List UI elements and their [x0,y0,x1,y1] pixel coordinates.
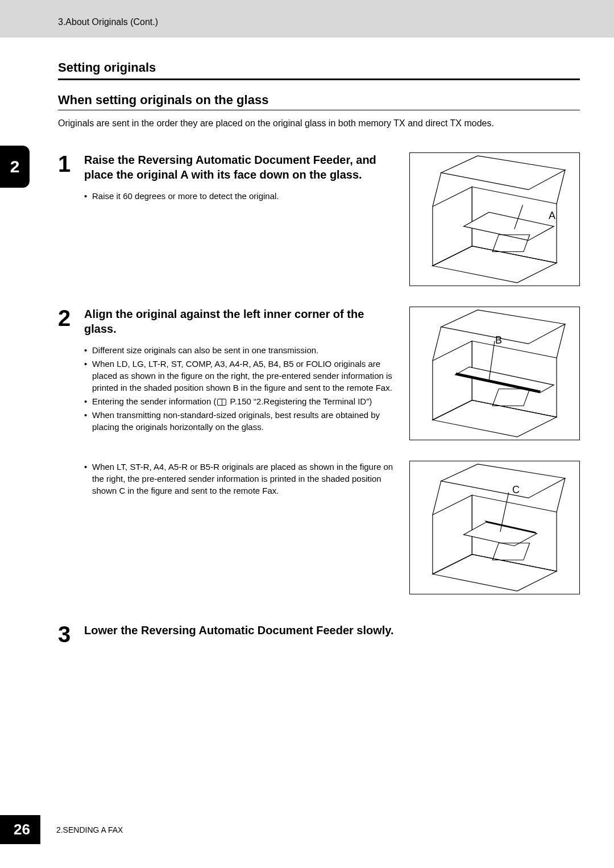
svg-line-24 [557,478,565,511]
svg-marker-25 [463,522,537,546]
bullet-item: When transmitting non-standard-sized ori… [84,409,398,433]
book-icon [217,399,226,406]
illustration-b: B [409,307,580,440]
svg-line-23 [433,481,441,514]
svg-marker-3 [441,156,565,189]
svg-marker-10 [433,341,472,420]
breadcrumb: 3.About Originals (Cont.) [58,17,158,27]
svg-line-5 [557,170,565,203]
illustration-label: C [512,484,520,496]
svg-marker-12 [441,310,565,344]
step-number: 1 [58,152,76,175]
illustration-label: A [549,210,555,222]
page-content: Setting originals When setting originals… [0,38,614,646]
step-heading: Lower the Reversing Automatic Document F… [84,623,580,638]
step-bullets: Raise it 60 degrees or more to detect th… [84,190,398,202]
illustration-c: C [409,461,580,594]
header-band: 3.About Originals (Cont.) [0,0,614,38]
svg-rect-18 [492,388,529,406]
copier-illustration-icon [410,307,579,440]
footer-chapter: 2.SENDING A FAX [56,825,123,834]
step-number: 2 [58,307,76,329]
step-1: 1 Raise the Reversing Automatic Document… [58,152,580,286]
svg-line-14 [557,324,565,357]
extra-bullets: When LT, ST-R, A4, A5-R or B5-R original… [84,461,398,594]
chapter-tab: 2 [0,146,30,188]
step-heading: Align the original against the left inne… [84,307,398,336]
subsection-title: When setting originals on the glass [58,93,580,108]
svg-rect-28 [492,543,529,560]
section-rule [58,78,580,80]
copier-illustration-icon [410,461,579,594]
illustration-a: A [409,152,580,286]
subsection-rule [58,110,580,110]
step-2: 2 Align the original against the left in… [58,307,580,440]
step-3: 3 Lower the Reversing Automatic Document… [58,623,580,646]
step-bullets: Different size originals can also be sen… [84,344,398,433]
page-number: 26 [0,815,40,844]
bullet-item: Raise it 60 degrees or more to detect th… [84,190,398,202]
page-footer: 26 2.SENDING A FAX [0,815,123,844]
svg-line-13 [433,326,441,360]
bullet-item: Different size originals can also be sen… [84,344,398,356]
step-number: 3 [58,623,76,646]
bullet-item: When LT, ST-R, A4, A5-R or B5-R original… [84,461,398,497]
bullet-item: Entering the sender information ( P.150 … [84,395,398,407]
svg-line-4 [433,172,441,206]
extra-block-c: When LT, ST-R, A4, A5-R or B5-R original… [84,461,580,594]
bullet-item: When LD, LG, LT-R, ST, COMP, A3, A4-R, A… [84,358,398,394]
intro-text: Originals are sent in the order they are… [58,117,580,130]
svg-marker-22 [441,464,565,498]
step-heading: Raise the Reversing Automatic Document F… [84,152,398,182]
illustration-label: B [495,334,502,346]
section-title: Setting originals [58,60,580,75]
svg-marker-6 [463,212,554,241]
